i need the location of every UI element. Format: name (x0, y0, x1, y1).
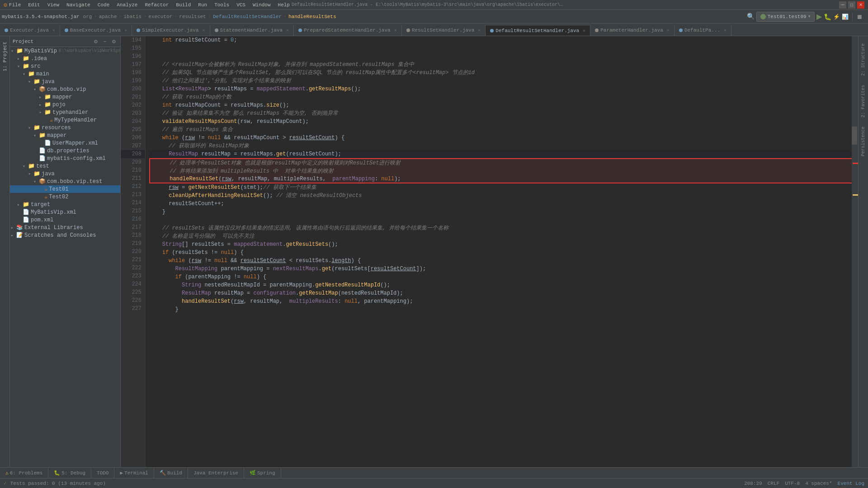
minimize-button[interactable]: ─ (839, 1, 846, 9)
line-separator[interactable]: CRLF (768, 481, 779, 486)
code-content[interactable]: int resultSetCount = 0; // <resultMap>会被… (146, 36, 852, 467)
handler-label[interactable]: DefaultResultSetHandler (213, 14, 282, 19)
tree-item-testpackage[interactable]: ▾ 📦 com.bobo.vip.test (10, 178, 120, 185)
tree-item-mybatisvip[interactable]: ▾ 📁 MyBatisVip E:\workspace\VipWorkSpace… (10, 47, 120, 55)
profile-button[interactable]: 📊 (842, 14, 849, 20)
method-label[interactable]: handleResultSets (288, 14, 336, 19)
debug-button[interactable]: 🐛 (824, 13, 831, 20)
tree-item-combolovip[interactable]: ▾ 📦 com.bobo.vip (10, 85, 120, 93)
menu-analyze[interactable]: Analyze (115, 1, 139, 9)
menu-vcs[interactable]: VCS (235, 1, 247, 9)
tree-item-mapper2[interactable]: ▾ 📁 mapper (10, 131, 120, 139)
encoding-label[interactable]: UTF-8 (785, 481, 800, 486)
menu-bar[interactable]: File Edit View Navigate Code Analyze Ref… (7, 1, 292, 9)
tab-close-stmt[interactable]: ✕ (286, 28, 289, 33)
structure-tab-button[interactable]: 2: Structure (860, 40, 867, 80)
ibatis-label[interactable]: ibatis (123, 14, 142, 19)
tab-close-dp[interactable]: ✕ (724, 28, 726, 33)
window-controls[interactable]: ─ □ ✕ (839, 1, 864, 9)
resultset-label[interactable]: resultset (179, 14, 206, 19)
tab-defaultpa[interactable]: DefaultPa... ✕ (675, 25, 731, 36)
tree-item-mybatisvipxml[interactable]: ▸ 📄 MyBatisVip.xml (10, 208, 120, 216)
tree-item-target[interactable]: ▸ 📁 target (10, 201, 120, 208)
panel-collapse-icon[interactable]: – (101, 38, 108, 45)
tree-item-scratches[interactable]: ▸ 📝 Scratches and Consoles (10, 231, 120, 239)
run-config-selector[interactable]: Test01.test09 ▼ (756, 12, 815, 22)
build-tab[interactable]: 🔨 Build (154, 468, 188, 479)
spring-tab[interactable]: 🌿 Spring (244, 468, 281, 479)
java-enterprise-tab[interactable]: Java Enterprise (188, 468, 244, 479)
menu-tools[interactable]: Tools (212, 1, 231, 9)
terminal-tab[interactable]: ▶ Terminal (114, 468, 154, 479)
code-line-226: handleResultSet(rsw, resultMap, multiple… (149, 297, 852, 305)
panel-settings-icon[interactable]: ⚙ (92, 38, 99, 45)
stop-button[interactable]: ⏹ (856, 13, 863, 20)
close-button[interactable]: ✕ (857, 1, 864, 9)
tree-item-testjava[interactable]: ▾ 📁 java (10, 170, 120, 178)
menu-run[interactable]: Run (196, 1, 209, 9)
code-editor[interactable]: 194 195 196 197 198 199 200 201 202 203 … (121, 36, 858, 467)
favorites-tab-button[interactable]: 2: Favorites (860, 81, 867, 121)
menu-window[interactable]: Window (251, 1, 273, 9)
tab-close-ph[interactable]: ✕ (667, 28, 670, 33)
tree-item-test02[interactable]: ▸ ☕ Test02 (10, 193, 120, 201)
maximize-button[interactable]: □ (848, 1, 855, 9)
menu-view[interactable]: View (46, 1, 61, 9)
menu-file[interactable]: File (7, 1, 23, 9)
tree-item-usermapper[interactable]: ▸ 📄 UserMapper.xml (10, 139, 120, 147)
tree-item-src[interactable]: ▾ 📁 src (10, 62, 120, 70)
debug-tab[interactable]: 🐛 5: Debug (48, 468, 91, 479)
tree-item-pomxml[interactable]: ▸ 📄 pom.xml (10, 216, 120, 224)
tree-item-resources[interactable]: ▾ 📁 resources (10, 124, 120, 131)
tree-item-mytypehandler[interactable]: ▸ ☕ MyTypeHandler (10, 116, 120, 124)
tree-item-test01[interactable]: ▸ ☕ Test01 (10, 185, 120, 193)
tree-item-pojo[interactable]: ▸ 📁 pojo (10, 101, 120, 108)
tree-item-extlibs[interactable]: ▸ 📚 External Libraries (10, 224, 120, 231)
tree-item-typehandler[interactable]: ▾ 📁 typehandler (10, 108, 120, 116)
tab-close-drs[interactable]: ✕ (583, 28, 585, 33)
search-icon[interactable]: 🔍 (747, 13, 755, 20)
todo-tab[interactable]: TODO (91, 468, 114, 479)
menu-help[interactable]: Help (276, 1, 292, 9)
tree-item-main[interactable]: ▾ 📁 main (10, 70, 120, 78)
tab-close-rs[interactable]: ✕ (478, 28, 481, 33)
tab-paramhandler[interactable]: ParameterHandler.java ✕ (590, 25, 675, 36)
tab-close-simple[interactable]: ✕ (203, 28, 205, 33)
org-label[interactable]: org (83, 14, 92, 19)
tree-item-dbprops[interactable]: ▸ 📄 db.properties (10, 147, 120, 155)
project-tab-button[interactable]: 1: Project (1, 38, 9, 75)
menu-refactor[interactable]: Refactor (143, 1, 170, 9)
tab-resultset[interactable]: ResultSetHandler.java ✕ (402, 25, 486, 36)
tab-prepared[interactable]: PreparedStatementHandler.java ✕ (294, 25, 401, 36)
tree-item-mapper[interactable]: ▸ 📁 mapper (10, 93, 120, 101)
code-line-213: cleanUpAfterHandlingResultSet(); // 清空 n… (149, 192, 852, 200)
executor-label[interactable]: executor (148, 14, 172, 19)
run-with-coverage-button[interactable]: ⚡ (833, 14, 840, 20)
panel-gear-icon[interactable]: ⚙ (110, 38, 118, 45)
tab-close-prep[interactable]: ✕ (394, 28, 397, 33)
tree-item-mybatisconfig[interactable]: ▸ 📄 mybatis-config.xml (10, 155, 120, 162)
tab-executor[interactable]: Executor.java ✕ (0, 25, 60, 36)
menu-navigate[interactable]: Navigate (65, 1, 92, 9)
persistence-tab-button[interactable]: Persistence (860, 123, 867, 160)
indent-label[interactable]: 4 spaces* (805, 481, 832, 486)
run-button[interactable]: ▶ (816, 12, 822, 21)
tree-item-java[interactable]: ▾ 📁 java (10, 78, 120, 85)
menu-code[interactable]: Code (96, 1, 111, 9)
tab-close-base[interactable]: ✕ (124, 28, 127, 33)
tab-close-executor[interactable]: ✕ (52, 28, 55, 33)
tree-item-test[interactable]: ▾ 📁 test (10, 162, 120, 170)
apache-label[interactable]: apache (99, 14, 117, 19)
scroll-thumb[interactable] (852, 127, 857, 145)
ln-209: 209 (121, 158, 145, 166)
event-log-label[interactable]: Event Log (838, 481, 864, 486)
tree-item-idea[interactable]: ▸ 📁 .idea (10, 55, 120, 62)
menu-build[interactable]: Build (174, 1, 193, 9)
menu-edit[interactable]: Edit (26, 1, 42, 9)
tab-baseexecutor[interactable]: BaseExecutor.java ✕ (60, 25, 132, 36)
problems-tab[interactable]: ⚠ 6: Problems (0, 468, 48, 479)
right-scroll-gutter[interactable] (852, 36, 858, 467)
tab-simple[interactable]: SimpleExecutor.java ✕ (132, 25, 210, 36)
tab-defaultresultset[interactable]: DefaultResultSetHandler.java ✕ (486, 25, 590, 36)
tab-statement[interactable]: StatementHandler.java ✕ (210, 25, 294, 36)
